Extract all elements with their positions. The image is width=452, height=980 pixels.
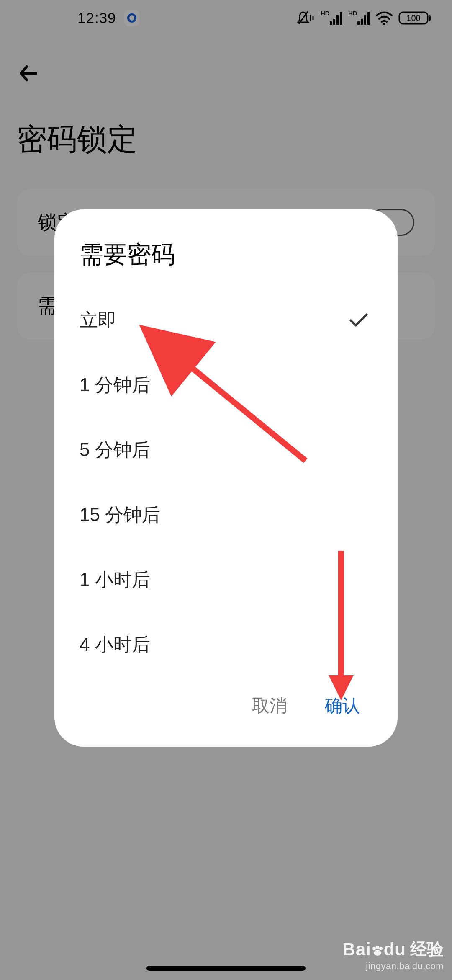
- option-15-minutes[interactable]: 15 分钟后: [80, 482, 372, 547]
- watermark: Baidu 经验 jingyan.baidu.com: [342, 938, 444, 972]
- option-5-minutes[interactable]: 5 分钟后: [80, 418, 372, 482]
- option-label: 15 分钟后: [80, 503, 160, 527]
- svg-point-23: [374, 950, 381, 956]
- option-list: 立即 1 分钟后 5 分钟后 15 分钟后 1 小时后 4 小时后: [80, 288, 372, 677]
- option-label: 1 分钟后: [80, 373, 150, 397]
- watermark-url: jingyan.baidu.com: [366, 961, 444, 972]
- dialog-require-password: 需要密码 立即 1 分钟后 5 分钟后 15 分钟后 1 小时后 4 小时后 取…: [54, 209, 398, 747]
- dialog-actions: 取消 确认: [80, 677, 372, 730]
- option-label: 立即: [80, 308, 116, 333]
- svg-point-21: [376, 946, 379, 949]
- checkmark-icon: [349, 313, 368, 328]
- option-label: 5 分钟后: [80, 438, 150, 462]
- confirm-button[interactable]: 确认: [325, 694, 360, 717]
- option-1-hour[interactable]: 1 小时后: [80, 547, 372, 612]
- watermark-jingyan: 经验: [410, 938, 444, 961]
- watermark-brand: Baidu: [342, 939, 406, 959]
- option-4-hours[interactable]: 4 小时后: [80, 612, 372, 677]
- svg-point-22: [379, 947, 383, 950]
- cancel-button[interactable]: 取消: [252, 694, 287, 717]
- option-label: 1 小时后: [80, 567, 150, 592]
- dialog-title: 需要密码: [80, 239, 372, 271]
- svg-point-20: [372, 947, 376, 950]
- option-1-minute[interactable]: 1 分钟后: [80, 353, 372, 418]
- option-label: 4 小时后: [80, 632, 150, 657]
- option-immediate[interactable]: 立即: [80, 288, 372, 353]
